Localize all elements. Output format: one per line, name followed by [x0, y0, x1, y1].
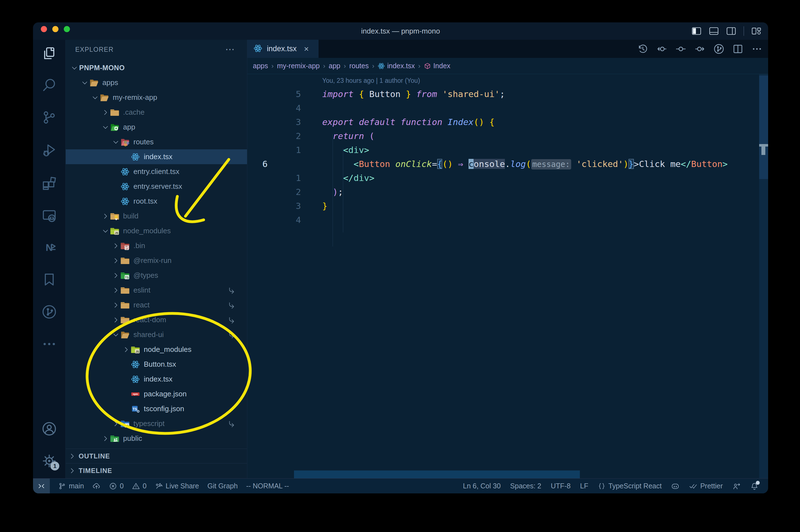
status-feedback[interactable]	[732, 482, 741, 490]
status-notifications[interactable]	[750, 482, 759, 490]
tree-item-react[interactable]: react	[66, 298, 247, 312]
tree-item-root-tsx[interactable]: root.tsx	[66, 194, 247, 209]
chevron-right-icon[interactable]	[111, 271, 120, 280]
tree-item-package-json[interactable]: npmpackage.json	[66, 386, 247, 401]
breadcrumb-app[interactable]: app	[329, 62, 340, 70]
tree-item-node-modules[interactable]: JSnode_modules	[66, 224, 247, 238]
chevron-down-icon[interactable]	[90, 93, 100, 102]
tree-item-index-tsx[interactable]: index.tsx	[66, 372, 247, 386]
status-copilot[interactable]	[671, 482, 680, 490]
tree-item-entry-client-tsx[interactable]: entry.client.tsx	[66, 164, 247, 179]
scrollbar-slider[interactable]	[759, 76, 768, 179]
chevron-right-icon[interactable]	[111, 256, 120, 265]
tree-item-node-modules[interactable]: JSnode_modules	[66, 342, 247, 357]
codelens-blame[interactable]: You, 23 hours ago | 1 author (You)	[322, 77, 420, 84]
status-git-branch[interactable]: main	[58, 482, 84, 490]
commit-icon[interactable]	[675, 43, 686, 55]
tree-item-routes[interactable]: routes	[66, 135, 247, 149]
chevron-right-icon[interactable]	[101, 211, 110, 221]
tree-item-index-tsx[interactable]: index.tsx	[66, 149, 247, 164]
chevron-down-icon[interactable]	[70, 63, 79, 73]
status-indentation[interactable]: Spaces: 2	[510, 482, 541, 490]
tree-item--cache[interactable]: .cache	[66, 105, 247, 120]
status-git-graph[interactable]: Git Graph	[208, 482, 238, 490]
breadcrumb-index-tsx[interactable]: index.tsx	[378, 62, 415, 70]
tree-item-shared-ui[interactable]: shared-ui	[66, 327, 247, 342]
git-graph-icon[interactable]	[713, 43, 724, 55]
chevron-down-icon[interactable]	[101, 122, 110, 132]
activity-remote-explorer-icon[interactable]	[41, 208, 57, 224]
more-actions-icon[interactable]	[751, 43, 763, 55]
toggle-sidebar-icon[interactable]	[691, 27, 702, 35]
status-warnings[interactable]: 0	[132, 482, 147, 490]
status-publish-changes[interactable]	[92, 482, 101, 490]
customize-layout-icon[interactable]	[751, 27, 761, 35]
status-cursor-position[interactable]: Ln 6, Col 30	[463, 482, 501, 490]
code-line[interactable]: 3export default function Index() {	[247, 115, 768, 129]
code-line[interactable]: 4	[247, 101, 768, 115]
status-live-share[interactable]: Live Share	[155, 482, 199, 490]
code-line[interactable]: 6 <Button onClick={() ⇒ console.log(mess…	[247, 157, 768, 171]
code-line[interactable]: 1 </div>	[247, 171, 768, 185]
breadcrumb-apps[interactable]: apps	[253, 62, 268, 70]
tab-close-icon[interactable]: ×	[304, 44, 309, 54]
timeline-history-icon[interactable]	[637, 43, 648, 55]
activity-explorer-icon[interactable]	[41, 46, 57, 61]
activity-source-control-icon[interactable]	[41, 110, 57, 125]
code-line[interactable]: 3}	[247, 199, 768, 213]
chevron-down-icon[interactable]	[101, 226, 110, 236]
tree-item-app[interactable]: app	[66, 120, 247, 135]
split-editor-icon[interactable]	[732, 43, 743, 55]
chevron-right-icon[interactable]	[111, 315, 120, 325]
tree-item--types[interactable]: TS@types	[66, 268, 247, 283]
tree-item-entry-server-tsx[interactable]: entry.server.tsx	[66, 179, 247, 194]
status-errors[interactable]: 0	[109, 482, 123, 490]
activity-additional-views-icon[interactable]	[41, 336, 57, 352]
tree-item--remix-run[interactable]: @remix-run	[66, 253, 247, 268]
chevron-right-icon[interactable]	[111, 286, 120, 295]
tree-item-typescript[interactable]: TStypescript	[66, 416, 247, 431]
tree-item-tsconfig-json[interactable]: TStsconfig.json	[66, 401, 247, 416]
activity-bookmarks-icon[interactable]	[41, 272, 57, 287]
status-prettier[interactable]: Prettier	[689, 482, 723, 490]
chevron-right-icon[interactable]	[111, 300, 120, 310]
breadcrumb-index[interactable]: Index	[424, 62, 450, 70]
navigate-forward-icon[interactable]	[694, 43, 705, 55]
tree-item-button-tsx[interactable]: Button.tsx	[66, 357, 247, 372]
explorer-more-actions-icon[interactable]: ⋯	[225, 44, 235, 55]
status-language-mode[interactable]: TypeScript React	[598, 482, 662, 490]
tree-item-build[interactable]: build	[66, 209, 247, 224]
activity-search-icon[interactable]	[41, 77, 57, 93]
activity-git-graph-icon[interactable]	[41, 304, 57, 320]
code-line[interactable]: 2 );	[247, 185, 768, 199]
sidebar-section-timeline[interactable]: TIMELINE	[66, 463, 247, 478]
toggle-secondary-sidebar-icon[interactable]	[726, 27, 736, 35]
status-remote-indicator[interactable]	[33, 479, 50, 493]
vertical-scrollbar[interactable]	[759, 74, 768, 478]
chevron-right-icon[interactable]	[101, 108, 110, 117]
activity-accounts-icon[interactable]	[41, 421, 57, 437]
activity-nx-console-icon[interactable]: N	[41, 240, 57, 255]
tree-item-react-dom[interactable]: react-dom	[66, 312, 247, 327]
breadcrumb-routes[interactable]: routes	[349, 62, 369, 70]
navigate-back-icon[interactable]	[656, 43, 667, 55]
toggle-panel-icon[interactable]	[709, 27, 719, 35]
tree-item--bin[interactable]: 0110.bin	[66, 238, 247, 253]
tab-index-tsx[interactable]: index.tsx ×	[247, 40, 319, 58]
chevron-down-icon[interactable]	[80, 78, 90, 88]
code-line[interactable]: 1 <div>	[247, 143, 768, 157]
code-line[interactable]: 5import { Button } from 'shared-ui';	[247, 87, 768, 101]
tree-item-my-remix-app[interactable]: my-remix-app	[66, 90, 247, 105]
code-line[interactable]: 4	[247, 213, 768, 227]
status-encoding[interactable]: UTF-8	[551, 482, 571, 490]
chevron-down-icon[interactable]	[111, 330, 120, 340]
activity-settings-icon[interactable]: 1	[41, 453, 57, 469]
activity-extensions-icon[interactable]	[41, 175, 57, 191]
tree-item-eslint[interactable]: eslint	[66, 283, 247, 298]
code-line[interactable]: 2 return (	[247, 129, 768, 143]
chevron-down-icon[interactable]	[111, 137, 120, 147]
breadcrumb-my-remix-app[interactable]: my-remix-app	[277, 62, 320, 70]
code-area[interactable]: You, 23 hours ago | 1 author (You) 5impo…	[247, 74, 768, 465]
sidebar-section-outline[interactable]: OUTLINE	[66, 449, 247, 463]
chevron-right-icon[interactable]	[121, 345, 131, 355]
